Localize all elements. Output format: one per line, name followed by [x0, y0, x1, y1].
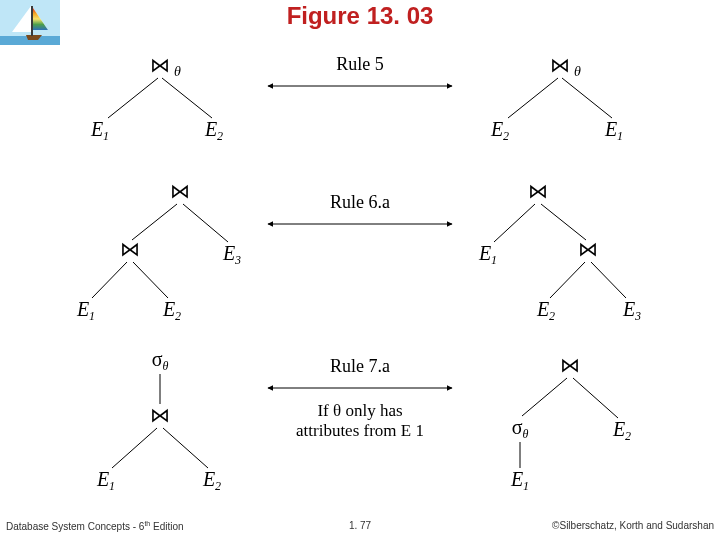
svg-line-29 — [550, 262, 585, 298]
svg-text:E2: E2 — [612, 418, 631, 443]
if-theta-line1: If θ only has — [317, 401, 402, 420]
svg-line-37 — [163, 428, 208, 468]
svg-line-17 — [183, 204, 228, 242]
svg-line-25 — [494, 204, 535, 242]
svg-text:E3: E3 — [222, 242, 241, 267]
svg-text:E1: E1 — [90, 118, 109, 143]
label-rule5: Rule 5 — [336, 54, 384, 74]
footer-right: ©Silberschatz, Korth and Sudarshan — [552, 520, 714, 531]
svg-text:E3: E3 — [622, 298, 641, 323]
svg-text:⋈: ⋈ — [560, 354, 580, 376]
svg-text:θ: θ — [174, 64, 181, 79]
svg-line-5 — [108, 78, 158, 118]
tree-r1-left: ⋈ θ E1 E2 — [90, 54, 223, 143]
svg-text:⋈: ⋈ — [120, 238, 140, 260]
svg-line-12 — [562, 78, 612, 118]
svg-text:⋈: ⋈ — [550, 54, 570, 76]
svg-text:E2: E2 — [204, 118, 223, 143]
figure-content: ⋈ θ E1 E2 Rule 5 ⋈ θ E2 E1 ⋈ E3 ⋈ E1 E2 … — [0, 48, 720, 518]
tree-r3-left: σθ ⋈ E1 E2 — [96, 348, 221, 493]
svg-line-30 — [591, 262, 626, 298]
tree-r2-right: ⋈ E1 ⋈ E2 E3 — [478, 180, 641, 323]
svg-text:θ: θ — [574, 64, 581, 79]
svg-text:E1: E1 — [478, 242, 497, 267]
svg-line-42 — [573, 378, 618, 418]
svg-line-6 — [162, 78, 212, 118]
svg-text:σθ: σθ — [152, 348, 169, 373]
svg-line-16 — [132, 204, 177, 240]
svg-text:E2: E2 — [490, 118, 509, 143]
svg-text:⋈: ⋈ — [150, 54, 170, 76]
svg-text:E1: E1 — [96, 468, 115, 493]
if-theta-line2: attributes from E 1 — [296, 421, 424, 440]
svg-text:E1: E1 — [510, 468, 529, 493]
svg-line-21 — [133, 262, 168, 298]
svg-text:⋈: ⋈ — [578, 238, 598, 260]
svg-text:⋈: ⋈ — [528, 180, 548, 202]
label-rule6a: Rule 6.a — [330, 192, 390, 212]
svg-text:E2: E2 — [162, 298, 181, 323]
svg-text:E2: E2 — [536, 298, 555, 323]
svg-text:E1: E1 — [76, 298, 95, 323]
svg-line-36 — [112, 428, 157, 468]
tree-r3-right: ⋈ E2 σθ E1 — [510, 354, 631, 493]
svg-text:E1: E1 — [604, 118, 623, 143]
svg-line-26 — [541, 204, 586, 240]
svg-text:⋈: ⋈ — [170, 180, 190, 202]
svg-line-20 — [92, 262, 127, 298]
page-title: Figure 13. 03 — [0, 2, 720, 30]
svg-text:E2: E2 — [202, 468, 221, 493]
svg-line-41 — [522, 378, 567, 416]
svg-line-11 — [508, 78, 558, 118]
tree-r2-left: ⋈ E3 ⋈ E1 E2 — [76, 180, 241, 323]
footer: Database System Concepts - 6th Edition 1… — [0, 520, 720, 536]
svg-text:⋈: ⋈ — [150, 404, 170, 426]
tree-r1-right: ⋈ θ E2 E1 — [490, 54, 623, 143]
svg-text:σθ: σθ — [512, 416, 529, 441]
label-rule7a: Rule 7.a — [330, 356, 390, 376]
